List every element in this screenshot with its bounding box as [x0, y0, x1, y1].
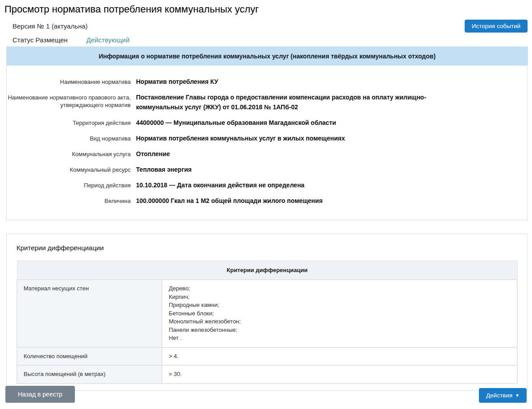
criteria-heading: Критерии дифференциации	[16, 244, 518, 252]
status-tab-active[interactable]: Действующий	[87, 36, 130, 44]
version-row: Версия № 1 (актуальна) История событий	[12, 20, 528, 33]
field-value: Постановление Главы города о предоставле…	[136, 92, 466, 112]
table-row-room-count: Количество помещений > 4.	[17, 347, 517, 366]
page-title: Просмотр норматива потребления коммуналь…	[4, 4, 532, 15]
field-row-norm-name: Наименование норматива Норматив потребле…	[7, 74, 519, 90]
criteria-values: = 30.	[162, 365, 517, 384]
criteria-value-line: Природные камни;	[169, 301, 511, 310]
actions-button[interactable]: Действия ▼	[479, 388, 527, 403]
criteria-value-line: Панели железобетонные;	[169, 326, 511, 335]
field-label: Коммунальный ресурс	[7, 166, 136, 174]
chevron-down-icon: ▼	[515, 393, 520, 398]
criteria-value-line: Кирпич;	[169, 293, 511, 302]
criteria-value-line: Дерево;	[169, 285, 511, 293]
criteria-value-line: = 30.	[169, 370, 511, 379]
actions-button-label: Действия	[486, 392, 512, 399]
table-row-room-height: Высота помещений (в метрах) = 30.	[17, 365, 517, 384]
field-row-magnitude: Величина 100.000000 Гкал на 1 М2 общей п…	[7, 194, 519, 209]
field-row-legal-act: Наименование нормативного правового акта…	[7, 90, 519, 116]
criteria-card: Критерии дифференциации Критерии диффере…	[6, 234, 528, 391]
field-value: 100.000000 Гкал на 1 М2 общей площади жи…	[136, 196, 322, 206]
field-row-utility-service: Коммунальная услуга Отопление	[7, 147, 519, 162]
footer-actions-row: Назад в реестр Действия ▼	[5, 386, 527, 403]
field-value: Отопление	[136, 149, 170, 159]
criteria-values: > 4.	[162, 347, 517, 366]
field-label: Наименование нормативного правового акта…	[7, 94, 136, 112]
criteria-table: Критерии дифференциации Материал несущих…	[16, 260, 518, 384]
field-label: Период действия	[7, 182, 136, 190]
criteria-value-line: > 4.	[169, 352, 511, 361]
field-label: Территория действия	[7, 119, 136, 128]
criteria-values: Дерево; Кирпич; Природные камни; Бетонны…	[162, 280, 517, 347]
criteria-value-line: Монолитный железобетон;	[169, 318, 511, 326]
field-row-validity-period: Период действия 10.10.2018 — Дата оконча…	[7, 178, 519, 194]
field-label: Вид норматива	[7, 135, 136, 143]
field-value: Норматив потребления коммунальных услуг …	[136, 133, 345, 143]
criteria-label: Высота помещений (в метрах)	[17, 365, 162, 384]
field-value: 10.10.2018 — Дата окончания действия не …	[136, 180, 305, 190]
info-card-title: Информация о нормативе потребления комму…	[7, 47, 528, 66]
table-row-wall-material: Материал несущих стен Дерево; Кирпич; Пр…	[17, 280, 517, 347]
info-card-body: Наименование норматива Норматив потребле…	[7, 66, 528, 220]
field-label: Наименование норматива	[7, 78, 136, 87]
field-label: Величина	[7, 197, 136, 206]
version-label: Версия № 1 (актуальна)	[12, 22, 88, 30]
field-row-territory: Территория действия 44000000 — Муниципал…	[7, 116, 519, 131]
status-row: Статус Размещен Действующий	[12, 36, 532, 44]
field-row-utility-resource: Коммунальный ресурс Тепловая энергия	[7, 162, 519, 178]
criteria-value-line: Бетонные блоки;	[169, 310, 511, 318]
history-button[interactable]: История событий	[465, 20, 528, 33]
field-label: Коммунальная услуга	[7, 150, 136, 159]
back-to-registry-button[interactable]: Назад в реестр	[5, 386, 75, 403]
field-row-norm-type: Вид норматива Норматив потребления комму…	[7, 131, 519, 147]
field-value: 44000000 — Муниципальные образования Маг…	[136, 118, 336, 128]
field-value: Тепловая энергия	[136, 165, 192, 174]
criteria-label: Количество помещений	[17, 347, 162, 366]
criteria-table-header: Критерии дифференциации	[17, 261, 517, 280]
criteria-value-line: Нет .	[169, 334, 511, 343]
criteria-label: Материал несущих стен	[17, 280, 162, 347]
status-label: Статус Размещен	[12, 36, 68, 44]
info-card: Информация о нормативе потребления комму…	[6, 46, 528, 220]
field-value: Норматив потребления КУ	[136, 77, 218, 87]
